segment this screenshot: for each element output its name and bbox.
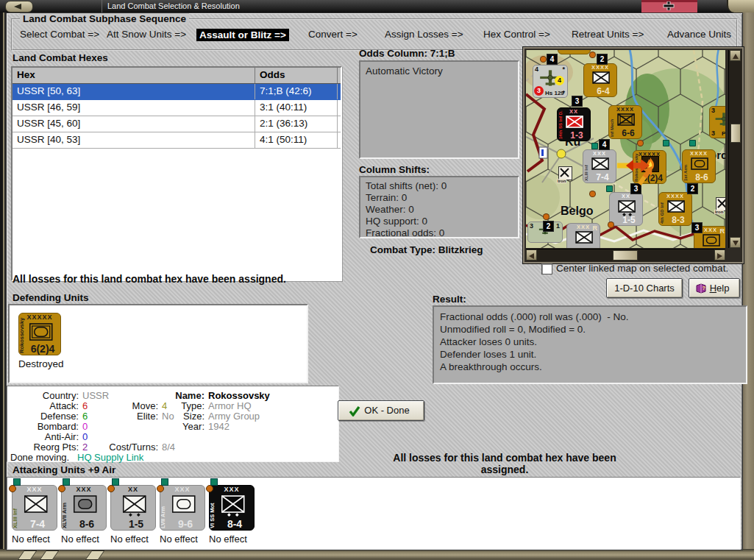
land-combat-hexes-table: Hex Odds USSR [50, 63]7:1;B (42:6)USSR […	[11, 66, 342, 281]
column-shifts-title: Column Shifts:	[359, 164, 430, 175]
result-line-3: Attacker loses 0 units.	[440, 336, 740, 348]
unit-counter-74[interactable]: XLIII InfXXX 7-4	[583, 149, 616, 183]
supply-dot-orange	[589, 52, 596, 58]
attacking-units-title: Attacking Units +9 Air	[13, 464, 115, 475]
subphase-sequence-title: Land Combat Subphase Sequence	[20, 13, 189, 24]
land-combat-dialog: Land Combat Subphase Sequence Select Com…	[6, 13, 743, 550]
column-shift-line-1: Total shifts (net): 0	[366, 180, 513, 192]
stat-value-antiair: 0	[82, 431, 88, 442]
col-header-hex[interactable]: Hex	[13, 68, 255, 83]
help-button-label: Help	[710, 283, 730, 294]
status-marker-green	[161, 478, 168, 486]
unit-strength: 7-4	[18, 518, 57, 530]
unit-symbol-arm	[172, 495, 197, 520]
map-vertical-scrollbar[interactable]	[728, 50, 741, 248]
sequence-step-1: Select Combat =>	[20, 29, 99, 40]
charts-button[interactable]: 1-D-10 Charts	[606, 278, 683, 298]
stat-label-year: Year:	[7, 421, 204, 432]
h-scroll-thumb[interactable]	[613, 250, 638, 260]
linked-map-widget: KuBelgoorc Iron Iron423432234** 43Hs 129…	[523, 47, 744, 263]
supply-dot-orange	[589, 191, 596, 197]
iron-resource-icon: Iron	[716, 197, 725, 211]
objective-dot-teal	[606, 185, 613, 192]
left-arrow-icon	[14, 4, 21, 10]
hex-table-row-2[interactable]: USSR [46, 59]3:1 (40:11)	[13, 100, 341, 116]
stat-label-size: Size:	[7, 411, 204, 422]
toolbar-arrow-button[interactable]	[5, 1, 33, 13]
unit-counter-86[interactable]: 1st ArmXXXX8-6	[682, 149, 716, 183]
map-viewport[interactable]: KuBelgoorc Iron Iron423432234** 43Hs 129…	[526, 50, 725, 248]
unit-counter-66[interactable]: Inf MechXXXX 6-6	[608, 105, 642, 139]
unit-strength: 8-3	[665, 215, 691, 225]
window-title: Land Combat Selection & Resolution	[107, 1, 240, 10]
air-status-badge-red: 3	[534, 86, 544, 96]
ok-done-button[interactable]: OK - Done	[338, 400, 424, 421]
unit-size: XXX	[583, 150, 616, 157]
unit-counter-83[interactable]: 4th GD InfXXXX 8-3	[658, 192, 692, 226]
result-panel: Fractional odds (.000) roll was (.000) -…	[433, 305, 747, 384]
hex-table-row-3[interactable]: USSR [45, 60]2:1 (36:13)	[13, 116, 341, 132]
unit-counter-84[interactable]: VI SS MotXXX 8-4	[209, 485, 255, 531]
v-scroll-thumb[interactable]	[730, 124, 741, 143]
unit-strength: 7-4	[589, 172, 616, 182]
column-shifts-panel: Total shifts (net): 0Terrain: 0Weather: …	[359, 176, 519, 238]
unit-size: XXXX	[609, 106, 641, 113]
unit-symbol-inf	[24, 495, 49, 520]
table-header: Hex Odds	[13, 68, 341, 84]
result-line-4: Defender loses 1 unit.	[440, 348, 740, 361]
result-title: Result:	[433, 294, 466, 305]
defender-counter-rokossovsky[interactable]: RokossovskyXXXXX6(2)4	[18, 313, 61, 355]
unit-counter-64[interactable]: XXXX 6-4	[583, 63, 617, 97]
sequence-step-2: Att Snow Units =>	[107, 29, 186, 40]
hq-supply-link[interactable]: HQ Supply Link	[77, 452, 143, 463]
stack-count-badge: 2	[597, 54, 608, 65]
unit-symbol-arm	[703, 234, 722, 248]
center-map-checkbox-label[interactable]: Center linked map on selected combat.	[556, 263, 728, 274]
unit-counter-15[interactable]: XX 1-5	[609, 192, 643, 226]
odds-column-text: Automatic Victory	[366, 65, 513, 77]
stack-count-badge: 3	[691, 222, 703, 233]
unit-counter-86[interactable]: XLVII ArmXXX8-6	[61, 485, 107, 531]
ok-done-label: OK - Done	[364, 405, 409, 416]
result-line-1: Fractional odds (.000) roll was (.000) -…	[440, 311, 740, 323]
subphase-sequence-groupbox: Land Combat Subphase Sequence Select Com…	[11, 18, 738, 51]
stat-label-costturns: Cost/Turns:	[7, 442, 158, 453]
unit-counter-15[interactable]: XX 1-5	[110, 485, 156, 531]
combat-type-label: Combat Type: Blitzkrieg	[370, 244, 483, 255]
status-marker-green	[210, 478, 218, 486]
losses-note-bottom: All losses for this land combat hex have…	[387, 452, 622, 475]
center-map-checkbox[interactable]	[541, 263, 552, 274]
defending-units-title: Defending Units	[13, 292, 89, 303]
unit-counter-inf[interactable]: InfXXX R	[566, 223, 600, 248]
help-button[interactable]: ? Help	[689, 278, 740, 298]
scroll-left-icon	[529, 253, 534, 259]
hex-table-row-4[interactable]: USSR [40, 53]4:1 (50:11)	[13, 132, 341, 149]
subphase-sequence-row: Select Combat =>Att Snow Units =>Assault…	[13, 29, 736, 43]
unit-designation: LVII Arm	[160, 487, 166, 528]
supply-dot-orange	[608, 221, 614, 228]
unit-size: XXXX	[683, 150, 715, 157]
supply-dot-orange	[637, 140, 644, 146]
hex-table-row-1[interactable]: USSR [50, 63]7:1;B (42:6)	[13, 84, 341, 100]
unit-symbol-armf	[74, 495, 99, 520]
unit-counter-96[interactable]: LVII ArmXXX9-6	[160, 485, 205, 531]
unit-counter-74[interactable]: XLIII InfXXX 7-4	[12, 485, 57, 531]
stack-count-badge: 4	[547, 54, 558, 65]
air-unit-counter-pe2[interactable]: 33 Pe-2	[709, 106, 725, 138]
supply-dot-orange	[543, 213, 550, 220]
unit-strength: 8-6	[68, 518, 106, 530]
unit-strength: 6-6	[615, 128, 641, 138]
air-status-badge-yellow: 4	[555, 76, 564, 85]
sequence-step-4: Convert =>	[308, 29, 358, 40]
map-horizontal-scrollbar[interactable]	[526, 249, 725, 261]
stack-count-badge: 2	[543, 221, 554, 232]
unit-counter-13[interactable]: 14th SS Inf D.XX 1-3	[557, 107, 591, 141]
stat-value-size: Army Group	[208, 411, 260, 422]
background-bottom-strip	[0, 549, 754, 560]
unit-effect-label: No effect	[209, 534, 247, 545]
unit-size: XXX	[13, 486, 57, 493]
help-book-icon: ?	[695, 283, 707, 294]
background-left-strip	[0, 13, 6, 549]
col-header-odds[interactable]: Odds	[255, 68, 338, 83]
air-unit-counter-hs129[interactable]: 4** 43Hs 129	[533, 65, 568, 98]
